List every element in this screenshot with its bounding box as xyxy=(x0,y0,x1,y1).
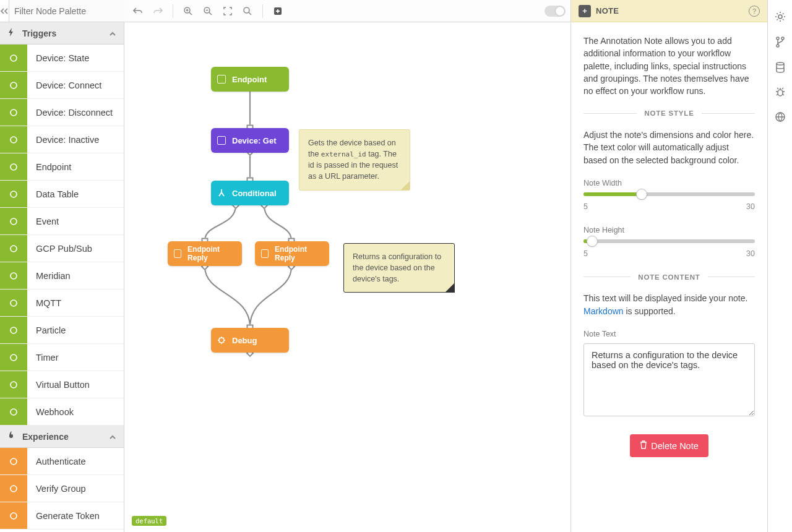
palette-search-input[interactable] xyxy=(9,0,127,22)
palette-item-label: Authenticate xyxy=(27,448,95,474)
palette-item-icon xyxy=(0,126,27,153)
svg-point-14 xyxy=(11,458,17,465)
palette-item[interactable]: Generate Token xyxy=(0,502,124,530)
node-icon xyxy=(217,189,226,197)
palette-item-icon xyxy=(0,72,27,98)
gear-icon[interactable] xyxy=(775,11,786,25)
note-width-label: Note Width xyxy=(583,178,755,189)
node-palette: Triggers Device: StateDevice: ConnectDev… xyxy=(0,0,124,532)
palette-item-icon xyxy=(0,448,27,474)
workflow-canvas[interactable]: Endpoint Device: Get Conditional Endpoin… xyxy=(124,22,570,532)
palette-item[interactable]: Device: State xyxy=(0,45,124,72)
palette-item[interactable]: Authenticate xyxy=(0,448,124,475)
section-header-triggers[interactable]: Triggers xyxy=(0,22,124,45)
palette-item[interactable]: Meridian xyxy=(0,262,124,290)
palette-item[interactable]: GCP Pub/Sub xyxy=(0,235,124,262)
svg-point-1 xyxy=(11,82,17,88)
node-endpoint[interactable]: Endpoint xyxy=(211,67,289,92)
redo-button[interactable] xyxy=(149,2,166,20)
palette-item-label: Device: Inactive xyxy=(27,126,108,153)
svg-point-27 xyxy=(778,90,783,96)
palette-item[interactable]: Virtual Button xyxy=(0,371,124,398)
node-icon xyxy=(261,249,269,258)
branch-icon[interactable] xyxy=(775,36,785,51)
node-endpoint-reply-right[interactable]: Endpoint Reply xyxy=(255,241,329,266)
canvas-toolbar xyxy=(124,0,570,22)
palette-item[interactable]: Event xyxy=(0,208,124,235)
node-label: Debug xyxy=(232,336,257,345)
palette-item-icon xyxy=(0,398,27,425)
node-conditional[interactable]: Conditional xyxy=(211,181,289,205)
palette-item[interactable]: MQTT xyxy=(0,290,124,317)
note-width-slider[interactable] xyxy=(583,192,755,196)
palette-item[interactable]: Timer xyxy=(0,344,124,371)
markdown-link[interactable]: Markdown xyxy=(583,306,624,316)
sticky-note-config[interactable]: Returns a configuration to the device ba… xyxy=(343,243,455,293)
node-device-get[interactable]: Device: Get xyxy=(211,128,289,153)
palette-item[interactable]: Device: Disconnect xyxy=(0,99,124,126)
collapse-sidebar-button[interactable] xyxy=(0,0,9,22)
svg-point-25 xyxy=(777,45,779,47)
palette-item[interactable]: Device: Connect xyxy=(0,72,124,99)
undo-button[interactable] xyxy=(129,2,147,20)
svg-point-23 xyxy=(777,37,779,40)
svg-point-16 xyxy=(11,513,17,519)
node-icon xyxy=(217,75,226,84)
svg-point-22 xyxy=(778,15,782,19)
node-icon xyxy=(217,336,226,345)
palette-item[interactable]: Particle xyxy=(0,317,124,344)
zoom-out-button[interactable] xyxy=(199,2,217,20)
section-header-experience[interactable]: Experience xyxy=(0,426,124,448)
note-text-input[interactable] xyxy=(583,343,755,416)
add-note-button[interactable] xyxy=(269,2,286,20)
palette-item-label: Timer xyxy=(27,344,67,371)
palette-item[interactable]: Data Table xyxy=(0,181,124,208)
palette-item-icon xyxy=(0,99,27,126)
database-icon[interactable] xyxy=(775,62,785,76)
note-text-label: Note Text xyxy=(583,328,755,340)
svg-point-7 xyxy=(11,246,17,252)
node-icon xyxy=(174,249,181,258)
zoom-in-button[interactable] xyxy=(179,2,197,20)
sticky-note-device[interactable]: Gets the device based on the external_id… xyxy=(299,129,410,191)
palette-item-icon xyxy=(0,45,27,71)
canvas-toggle[interactable] xyxy=(544,6,566,17)
palette-item-icon xyxy=(0,153,27,180)
palette-item-label: Generate Token xyxy=(27,502,108,529)
svg-point-9 xyxy=(11,300,17,306)
palette-item-label: Data Table xyxy=(27,181,87,207)
zoom-fit-button[interactable] xyxy=(219,2,236,20)
section-heading: NOTE CONTENT xyxy=(631,272,707,283)
help-button[interactable]: ? xyxy=(749,6,760,17)
note-height-slider[interactable] xyxy=(583,239,755,243)
panel-title: NOTE xyxy=(596,6,619,15)
flame-icon xyxy=(7,431,17,442)
palette-item-icon xyxy=(0,344,27,371)
bolt-icon xyxy=(7,28,17,38)
palette-item[interactable]: Verify Group xyxy=(0,475,124,502)
node-debug[interactable]: Debug xyxy=(211,328,289,353)
palette-item[interactable]: Device: Inactive xyxy=(0,126,124,153)
svg-point-24 xyxy=(781,37,784,40)
section-label: Triggers xyxy=(22,28,56,38)
palette-item[interactable]: Webhook xyxy=(0,398,124,426)
zoom-reset-button[interactable] xyxy=(239,2,256,20)
palette-item-label: Device: Connect xyxy=(27,72,110,98)
delete-note-button[interactable]: Delete Note xyxy=(630,434,708,457)
chevron-up-icon xyxy=(109,432,116,442)
svg-point-2 xyxy=(11,109,17,116)
node-icon xyxy=(217,136,226,145)
properties-panel: + NOTE ? The Annotation Note allows you … xyxy=(570,0,767,532)
palette-item-label: Verify Group xyxy=(27,475,95,502)
svg-point-12 xyxy=(11,382,17,388)
panel-intro: The Annotation Note allows you to add ad… xyxy=(583,35,755,97)
trash-icon xyxy=(640,440,647,451)
palette-item-label: Device: Disconnect xyxy=(27,99,121,126)
globe-icon[interactable] xyxy=(775,111,786,126)
palette-item[interactable]: Endpoint xyxy=(0,153,124,181)
svg-point-19 xyxy=(244,7,249,13)
bug-icon[interactable] xyxy=(775,87,786,100)
palette-item-label: MQTT xyxy=(27,290,70,316)
node-endpoint-reply-left[interactable]: Endpoint Reply xyxy=(168,241,242,266)
svg-point-5 xyxy=(11,191,17,197)
